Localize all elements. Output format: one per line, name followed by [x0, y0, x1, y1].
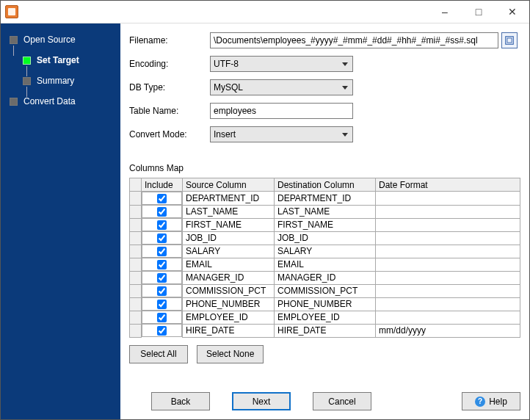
source-cell[interactable]: LAST_NAME	[183, 205, 275, 218]
include-checkbox[interactable]	[157, 326, 167, 336]
row-header[interactable]	[130, 205, 142, 218]
sidebar-step-0[interactable]: Open Source	[10, 29, 120, 50]
row-header[interactable]	[130, 324, 142, 337]
wizard-sidebar: Open SourceSet TargetSummaryConvert Data	[1, 23, 120, 419]
row-header[interactable]	[130, 192, 142, 206]
source-cell[interactable]: SALARY	[183, 245, 275, 258]
convertmode-select[interactable]: Insert	[210, 126, 353, 142]
include-checkbox[interactable]	[157, 273, 167, 283]
include-checkbox[interactable]	[157, 233, 167, 243]
source-cell[interactable]: FIRST_NAME	[183, 218, 275, 231]
include-checkbox[interactable]	[157, 313, 167, 322]
row-header[interactable]	[130, 311, 142, 324]
filename-input[interactable]	[210, 32, 498, 48]
row-header[interactable]	[130, 271, 142, 284]
datefmt-cell[interactable]	[376, 311, 520, 324]
select-all-button[interactable]: Select All	[129, 345, 188, 363]
table-row[interactable]: JOB_IDJOB_ID	[130, 231, 520, 245]
datefmt-cell[interactable]	[376, 297, 520, 311]
grid-corner	[130, 178, 142, 192]
next-button[interactable]: Next	[232, 392, 291, 410]
include-checkbox[interactable]	[157, 286, 167, 296]
include-checkbox[interactable]	[157, 247, 167, 256]
source-cell[interactable]: JOB_ID	[183, 231, 275, 245]
dest-cell[interactable]: PHONE_NUMBER	[275, 297, 376, 311]
dbtype-select[interactable]: MySQL	[210, 79, 353, 95]
source-cell[interactable]: PHONE_NUMBER	[183, 297, 275, 311]
source-cell[interactable]: HIRE_DATE	[183, 324, 275, 337]
table-row[interactable]: EMPLOYEE_IDEMPLOYEE_ID	[130, 311, 520, 324]
col-source[interactable]: Source Column	[183, 178, 275, 192]
datefmt-cell[interactable]	[376, 258, 520, 271]
columns-map-grid: Include Source Column Destination Column…	[129, 178, 520, 338]
tablename-input[interactable]	[210, 103, 353, 119]
table-row[interactable]: DEPARTMENT_IDDEPARTMENT_ID	[130, 192, 520, 206]
include-checkbox[interactable]	[157, 220, 167, 230]
datefmt-cell[interactable]	[376, 205, 520, 218]
close-button[interactable]: ✕	[495, 1, 529, 23]
source-cell[interactable]: COMMISSION_PCT	[183, 284, 275, 297]
table-row[interactable]: LAST_NAMELAST_NAME	[130, 205, 520, 218]
sidebar-step-1[interactable]: Set Target	[23, 50, 120, 70]
table-row[interactable]: SALARYSALARY	[130, 245, 520, 258]
dest-cell[interactable]: EMAIL	[275, 258, 376, 271]
table-row[interactable]: MANAGER_IDMANAGER_ID	[130, 271, 520, 284]
step-node-icon	[10, 36, 18, 44]
source-cell[interactable]: EMAIL	[183, 258, 275, 271]
encoding-select[interactable]: UTF-8	[210, 56, 353, 72]
dest-cell[interactable]: COMMISSION_PCT	[275, 284, 376, 297]
minimize-button[interactable]: –	[428, 1, 462, 23]
datefmt-cell[interactable]: mm/dd/yyyy	[376, 324, 520, 337]
browse-icon	[504, 35, 515, 46]
table-row[interactable]: HIRE_DATEHIRE_DATEmm/dd/yyyy	[130, 324, 520, 337]
row-header[interactable]	[130, 231, 142, 245]
source-cell[interactable]: DEPARTMENT_ID	[183, 192, 275, 206]
row-header[interactable]	[130, 258, 142, 271]
dest-cell[interactable]: LAST_NAME	[275, 205, 376, 218]
row-header[interactable]	[130, 284, 142, 297]
table-row[interactable]: COMMISSION_PCTCOMMISSION_PCT	[130, 284, 520, 297]
sidebar-step-3[interactable]: Convert Data	[10, 91, 120, 112]
source-cell[interactable]: EMPLOYEE_ID	[183, 311, 275, 324]
app-icon	[5, 5, 18, 18]
back-button[interactable]: Back	[151, 392, 210, 410]
maximize-button[interactable]: □	[462, 1, 495, 23]
table-row[interactable]: FIRST_NAMEFIRST_NAME	[130, 218, 520, 231]
wizard-content: Filename: Encoding: UTF-8 DB Type: MySQL…	[120, 23, 529, 419]
help-button[interactable]: ? Help	[462, 392, 520, 410]
row-header[interactable]	[130, 218, 142, 231]
table-row[interactable]: PHONE_NUMBERPHONE_NUMBER	[130, 297, 520, 311]
tablename-label: Table Name:	[129, 106, 210, 116]
dest-cell[interactable]: EMPLOYEE_ID	[275, 311, 376, 324]
select-none-button[interactable]: Select None	[197, 345, 264, 363]
table-row[interactable]: EMAILEMAIL	[130, 258, 520, 271]
col-include[interactable]: Include	[142, 178, 183, 192]
datefmt-cell[interactable]	[376, 271, 520, 284]
include-checkbox[interactable]	[157, 194, 167, 203]
datefmt-cell[interactable]	[376, 218, 520, 231]
dest-cell[interactable]: FIRST_NAME	[275, 218, 376, 231]
dest-cell[interactable]: DEPARTMENT_ID	[275, 192, 376, 206]
include-checkbox[interactable]	[157, 260, 167, 269]
step-label: Set Target	[37, 55, 79, 65]
datefmt-cell[interactable]	[376, 231, 520, 245]
datefmt-cell[interactable]	[376, 284, 520, 297]
cancel-button[interactable]: Cancel	[313, 392, 371, 410]
dest-cell[interactable]: SALARY	[275, 245, 376, 258]
encoding-label: Encoding:	[129, 59, 210, 69]
help-icon: ?	[475, 397, 485, 407]
include-checkbox[interactable]	[157, 207, 167, 217]
source-cell[interactable]: MANAGER_ID	[183, 271, 275, 284]
row-header[interactable]	[130, 245, 142, 258]
dest-cell[interactable]: JOB_ID	[275, 231, 376, 245]
dest-cell[interactable]: MANAGER_ID	[275, 271, 376, 284]
sidebar-step-2[interactable]: Summary	[23, 70, 120, 91]
row-header[interactable]	[130, 297, 142, 311]
dest-cell[interactable]: HIRE_DATE	[275, 324, 376, 337]
datefmt-cell[interactable]	[376, 192, 520, 206]
col-datefmt[interactable]: Date Format	[376, 178, 520, 192]
col-dest[interactable]: Destination Column	[275, 178, 376, 192]
include-checkbox[interactable]	[157, 300, 167, 309]
datefmt-cell[interactable]	[376, 245, 520, 258]
browse-file-button[interactable]	[501, 32, 518, 48]
